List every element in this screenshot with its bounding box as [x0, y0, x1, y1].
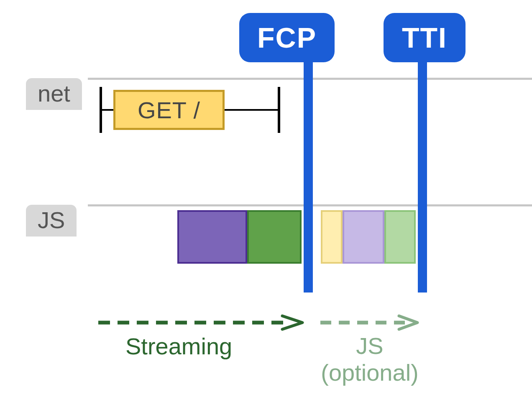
- timeline-diagram: net GET / JS FCP TTI Streaming JS (optio…: [0, 0, 532, 407]
- tti-pill: TTI: [384, 13, 466, 62]
- js-task-green: [247, 210, 302, 264]
- js-row-label: JS: [26, 205, 77, 237]
- tti-marker-line: [418, 59, 427, 293]
- streaming-arrow-icon: [98, 314, 304, 331]
- fcp-label: FCP: [257, 21, 317, 54]
- get-request-box: GET /: [113, 90, 225, 130]
- get-request-label: GET /: [138, 97, 200, 124]
- js-optional-label: JS (optional): [320, 333, 419, 387]
- fcp-marker-line: [304, 59, 313, 293]
- net-row-label: net: [26, 78, 82, 110]
- js-optional-line1: JS: [356, 333, 383, 359]
- js-optional-arrow-icon: [320, 314, 419, 331]
- js-task-purple-optional: [343, 210, 384, 264]
- js-task-purple: [177, 210, 247, 264]
- fcp-pill: FCP: [239, 13, 335, 62]
- net-end-tick: [278, 87, 280, 133]
- js-task-green-optional: [384, 210, 416, 264]
- streaming-label: Streaming: [125, 333, 232, 360]
- tti-label: TTI: [402, 21, 447, 54]
- js-task-yellow-optional: [321, 210, 343, 264]
- js-optional-line2: (optional): [321, 359, 418, 386]
